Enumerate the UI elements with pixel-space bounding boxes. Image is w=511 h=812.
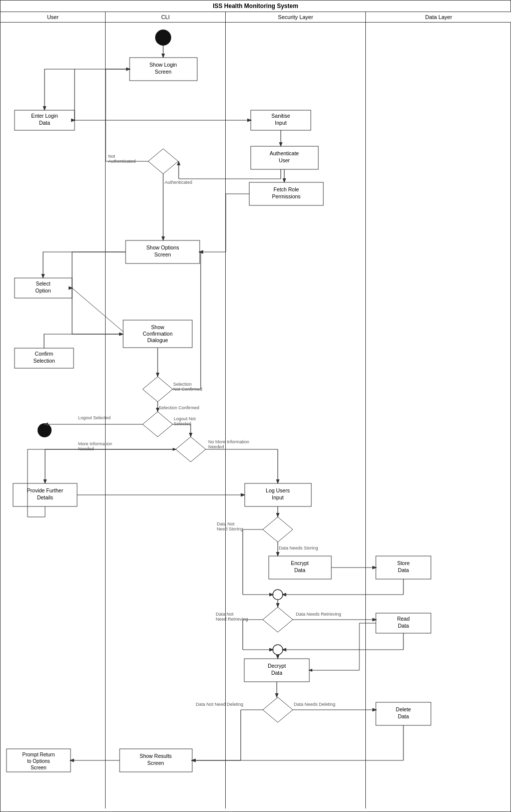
lane-cli: CLI bbox=[106, 12, 226, 808]
lane-user-header: User bbox=[1, 12, 105, 23]
swim-lanes: User CLI Security Layer Data Layer bbox=[1, 12, 510, 808]
lane-data-header: Data Layer bbox=[366, 12, 511, 23]
lane-data: Data Layer bbox=[366, 12, 511, 808]
lane-security: Security Layer bbox=[226, 12, 366, 808]
lane-cli-header: CLI bbox=[106, 12, 225, 23]
lane-user-content bbox=[1, 23, 105, 806]
lane-security-content bbox=[226, 23, 365, 806]
lane-data-content bbox=[366, 23, 511, 806]
lane-user: User bbox=[1, 12, 106, 808]
lane-cli-content bbox=[106, 23, 225, 806]
diagram-title: ISS Health Monitoring System bbox=[1, 1, 510, 12]
diagram-container: ISS Health Monitoring System User CLI Se… bbox=[0, 0, 511, 812]
lane-security-header: Security Layer bbox=[226, 12, 365, 23]
